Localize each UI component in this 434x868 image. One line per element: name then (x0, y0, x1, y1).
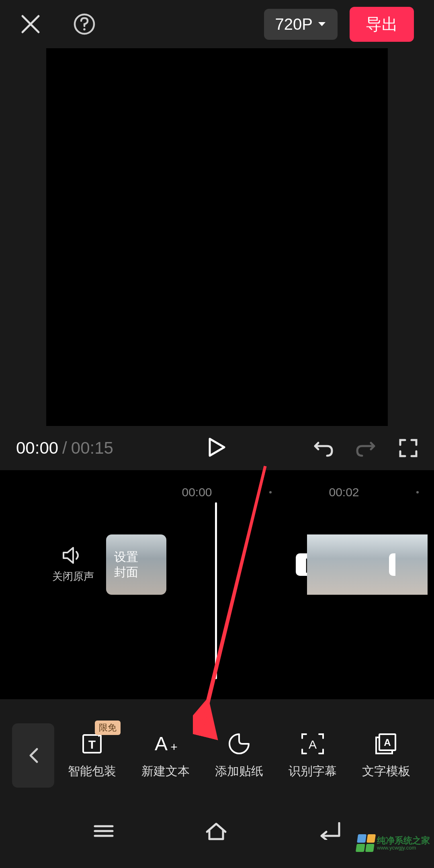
tool-new-text[interactable]: A + 新建文本 (130, 732, 201, 780)
nav-home-button[interactable] (204, 821, 229, 842)
playback-bar: 00:00 / 00:15 (0, 426, 434, 470)
redo-button[interactable] (356, 439, 377, 457)
help-icon (73, 13, 96, 35)
tool-label: 新建文本 (141, 763, 190, 780)
ruler-tick: 00:00 (177, 485, 217, 499)
help-button[interactable] (73, 13, 96, 35)
mute-label: 关闭原声 (52, 569, 94, 583)
track-area: 关闭原声 设置 封面 | + (0, 534, 434, 595)
fullscreen-button[interactable] (399, 438, 418, 458)
tool-add-sticker[interactable]: 添加贴纸 (203, 732, 275, 780)
redo-icon (356, 439, 377, 457)
nav-back-button[interactable] (317, 822, 342, 841)
time-total: 00:15 (71, 438, 113, 458)
clips-track[interactable]: | + (219, 534, 428, 595)
resolution-button[interactable]: 720P (264, 9, 338, 40)
svg-text:A: A (309, 738, 317, 751)
text-template-icon: A (374, 732, 399, 756)
system-nav-bar (0, 796, 434, 868)
tool-text-template[interactable]: A 文字模板 (350, 732, 422, 780)
tool-smart-package[interactable]: 限免 T 智能包装 (56, 732, 128, 780)
back-icon (317, 822, 342, 840)
ruler-tick: 00:02 (324, 485, 364, 499)
time-separator: / (62, 438, 67, 458)
text-add-icon: A + (151, 732, 180, 756)
mute-original-button[interactable]: 关闭原声 (52, 546, 94, 583)
close-button[interactable] (20, 14, 41, 35)
tool-label: 添加贴纸 (215, 763, 263, 780)
set-cover-button[interactable]: 设置 封面 (106, 534, 166, 595)
watermark-url: www.ycwgjy.com (377, 845, 430, 850)
tool-label: 识别字幕 (289, 763, 337, 780)
cover-label-1: 设置 (114, 549, 166, 565)
undo-button[interactable] (313, 439, 334, 457)
resolution-label: 720P (275, 15, 313, 33)
export-label: 导出 (366, 15, 398, 33)
nav-recents-button[interactable] (92, 823, 115, 841)
top-bar: 720P 导出 (0, 0, 434, 48)
svg-point-1 (83, 28, 86, 31)
svg-text:A: A (384, 737, 391, 748)
watermark-logo-icon (356, 834, 376, 852)
expand-icon (399, 438, 418, 458)
timeline[interactable]: 00:00 00:02 关闭原声 设置 封面 | + (0, 470, 434, 699)
svg-text:A: A (155, 733, 168, 754)
video-clip[interactable] (395, 534, 428, 595)
cover-label-2: 封面 (114, 565, 166, 580)
close-icon (20, 14, 41, 35)
free-badge: 限免 (95, 721, 121, 735)
video-preview[interactable] (46, 48, 388, 426)
svg-text:+: + (170, 740, 178, 753)
time-current: 00:00 (16, 438, 58, 458)
watermark-title: 纯净系统之家 (377, 836, 430, 845)
tool-recognize-subtitle[interactable]: A 识别字幕 (277, 732, 348, 780)
play-button[interactable] (208, 437, 226, 459)
undo-icon (313, 439, 334, 457)
chevron-left-icon (28, 747, 39, 764)
home-icon (204, 821, 229, 841)
tool-label: 文字模板 (362, 763, 410, 780)
speaker-icon (62, 546, 84, 565)
play-icon (208, 437, 226, 457)
sticker-icon (228, 732, 250, 756)
ruler-dot (416, 491, 419, 493)
time-ruler: 00:00 00:02 (0, 482, 434, 502)
video-clip[interactable] (219, 534, 307, 595)
playhead[interactable] (215, 502, 217, 679)
watermark: 纯净系统之家 www.ycwgjy.com (357, 834, 430, 852)
subtitle-scan-icon: A (301, 732, 325, 756)
video-clip[interactable] (307, 534, 395, 595)
back-button[interactable] (12, 723, 54, 788)
menu-icon (92, 823, 115, 839)
ruler-dot (269, 491, 272, 493)
tool-label: 智能包装 (68, 763, 116, 780)
export-button[interactable]: 导出 (350, 7, 414, 42)
time-display: 00:00 / 00:15 (16, 438, 113, 458)
chevron-down-icon (317, 21, 326, 27)
text-toolbar: 限免 T 智能包装 A + 新建文本 添加贴纸 (0, 723, 434, 788)
svg-text:T: T (88, 738, 96, 751)
template-icon: T (81, 732, 103, 756)
